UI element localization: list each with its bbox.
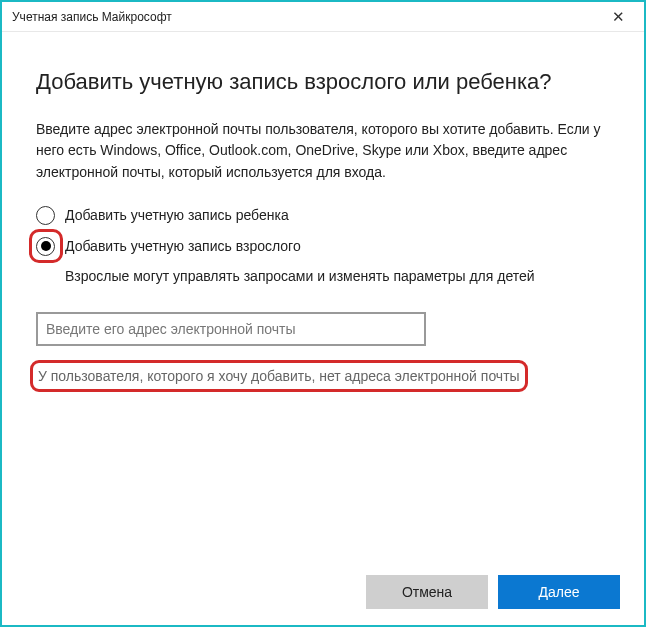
dialog-content: Добавить учетную запись взрослого или ре… <box>2 32 644 388</box>
radio-label-adult: Добавить учетную запись взрослого <box>65 238 301 254</box>
adult-hint-text: Взрослые могут управлять запросами и изм… <box>65 268 610 284</box>
next-button[interactable]: Далее <box>498 575 620 609</box>
radio-icon <box>36 237 55 256</box>
radio-icon <box>36 206 55 225</box>
radio-child-account[interactable]: Добавить учетную запись ребенка <box>36 206 610 225</box>
email-input[interactable] <box>36 312 426 346</box>
titlebar: Учетная запись Майкрософт ✕ <box>2 2 644 32</box>
close-icon[interactable]: ✕ <box>604 3 632 31</box>
radio-label-child: Добавить учетную запись ребенка <box>65 207 289 223</box>
account-type-radio-group: Добавить учетную запись ребенка Добавить… <box>36 206 610 256</box>
cancel-button[interactable]: Отмена <box>366 575 488 609</box>
window-title: Учетная запись Майкрософт <box>12 10 172 24</box>
radio-adult-account[interactable]: Добавить учетную запись взрослого <box>36 237 610 256</box>
no-email-link-wrap: У пользователя, которого я хочу добавить… <box>36 364 522 388</box>
page-description: Введите адрес электронной почты пользова… <box>36 119 610 184</box>
no-email-link[interactable]: У пользователя, которого я хочу добавить… <box>36 364 522 388</box>
page-heading: Добавить учетную запись взрослого или ре… <box>36 68 610 97</box>
dialog-footer: Отмена Далее <box>366 575 620 609</box>
